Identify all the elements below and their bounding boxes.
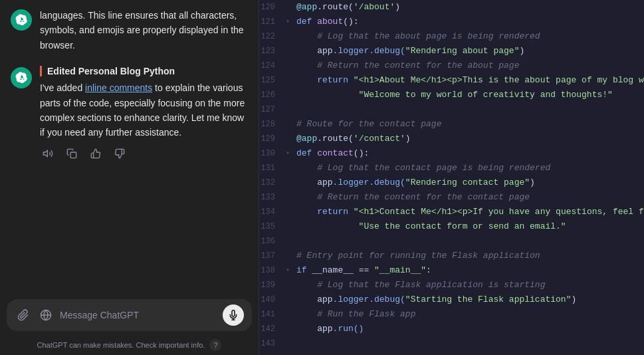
code-text: app.run() [296, 322, 364, 336]
token-str: "Welcome to my world of creativity and t… [296, 90, 613, 100]
inline-comments-link[interactable]: inline comments [85, 82, 152, 93]
code-line: 122 # Log that the about page is being r… [259, 29, 644, 44]
token-str: "Rendering contact page" [405, 178, 530, 187]
code-text: if __name__ == "__main__": [296, 263, 431, 278]
token-punc: ) [405, 134, 411, 144]
token-kw: def [296, 148, 317, 158]
code-text: # Return the content for the about page [296, 59, 519, 73]
thumbs-up-button[interactable] [88, 147, 104, 160]
code-text: # Run the Flask app [296, 307, 415, 322]
code-text [296, 102, 302, 117]
token-str: "Starting the Flask application" [405, 295, 572, 304]
help-button[interactable]: ? [209, 339, 221, 351]
code-text: # Log that the contact page is being ren… [296, 161, 550, 176]
token-cmt: # Entry point for running the Flask appl… [296, 251, 540, 261]
fold-icon[interactable]: ▾ [286, 15, 296, 29]
code-line: 127 [259, 102, 644, 117]
mic-button[interactable] [223, 304, 244, 326]
token-punc: (): [354, 148, 369, 158]
token-punc: .route( [317, 2, 354, 12]
line-number: 130 [259, 146, 286, 161]
token-kw: return [296, 75, 354, 85]
code-line: 135 "Use the contact form or send an ema… [259, 219, 644, 234]
code-text: # Log that the Flask application is star… [296, 278, 545, 293]
line-number: 139 [259, 278, 286, 293]
line-number: 143 [259, 336, 286, 351]
disclaimer-text: ChatGPT can make mistakes. Check importa… [37, 341, 205, 349]
token-attr: .logger.debug( [333, 295, 405, 304]
token-cmt: # Log that the contact page is being ren… [296, 163, 550, 173]
line-number: 140 [259, 293, 286, 307]
token-str: '/contact' [354, 134, 405, 144]
token-cmt: # Return the content for the about page [296, 60, 519, 70]
token-fn: about [317, 17, 343, 27]
code-text: return "<h1>Contact Me</h1><p>If you hav… [296, 205, 644, 219]
code-text: "Welcome to my world of creativity and t… [296, 88, 613, 102]
code-line: 125 return "<h1>About Me</h1><p>This is … [259, 73, 644, 88]
line-number: 142 [259, 322, 286, 336]
token-kw: def [296, 17, 317, 27]
chatgpt-avatar-2 [11, 67, 32, 88]
message-title: Edited Personal Blog Python [40, 66, 248, 76]
line-number: 141 [259, 307, 286, 322]
code-line: 143 [259, 336, 644, 351]
token-punc: ) [571, 295, 576, 304]
token-str: "__main__" [374, 265, 426, 275]
code-text [296, 234, 302, 249]
line-number: 123 [259, 44, 286, 59]
token-str: "Rendering about page" [405, 46, 520, 56]
code-line: 124 # Return the content for the about p… [259, 59, 644, 73]
code-text: # Return the content for the contact pag… [296, 190, 530, 205]
paperclip-icon [17, 309, 29, 321]
code-line: 140 app.logger.debug("Starting the Flask… [259, 293, 644, 307]
disclaimer-bar: ChatGPT can make mistakes. Check importa… [0, 336, 259, 355]
thumbs-down-button[interactable] [112, 147, 128, 160]
line-number: 126 [259, 88, 286, 102]
token-str: "Use the contact form or send an email." [296, 221, 566, 231]
code-line: 132 app.logger.debug("Rendering contact … [259, 176, 644, 190]
line-number: 138 [259, 263, 286, 278]
fold-icon[interactable]: ▾ [286, 146, 296, 161]
line-number: 120 [259, 0, 286, 15]
code-line: 142 app.run() [259, 322, 644, 336]
message-input[interactable] [60, 307, 217, 323]
token-var: app [296, 295, 333, 304]
code-text: @app.route('/about') [296, 0, 400, 15]
line-number: 132 [259, 176, 286, 190]
intro-message-block: languages. This line ensures that all ch… [11, 0, 248, 58]
chatgpt-logo-icon-2 [15, 72, 27, 84]
svg-rect-1 [70, 152, 76, 158]
globe-button[interactable] [37, 306, 54, 324]
code-text: app.logger.debug("Rendering about page") [296, 44, 524, 59]
edited-message-block: Edited Personal Blog Python I've added i… [11, 58, 248, 166]
token-attr: .logger.debug( [333, 178, 405, 187]
attach-button[interactable] [15, 306, 32, 324]
thumbs-up-icon [90, 148, 101, 159]
line-number: 136 [259, 234, 286, 249]
volume-button[interactable] [40, 147, 56, 160]
token-str: "<h1>About Me</h1><p>This is the about p… [354, 75, 644, 85]
fold-icon[interactable]: ▾ [286, 263, 296, 278]
token-cmt: # Run the Flask app [296, 309, 415, 319]
token-var: __name__ [312, 265, 353, 275]
line-number: 127 [259, 102, 286, 117]
token-cmt: # Log that the Flask application is star… [296, 280, 545, 290]
line-number: 128 [259, 117, 286, 132]
code-line: 126 "Welcome to my world of creativity a… [259, 88, 644, 102]
code-line: 123 app.logger.debug("Rendering about pa… [259, 44, 644, 59]
code-text: # Route for the contact page [296, 117, 441, 132]
code-line: 120 @app.route('/about') [259, 0, 644, 15]
text-part1: I've added [40, 82, 85, 93]
line-number: 133 [259, 190, 286, 205]
message-text: I've added inline comments to explain th… [40, 80, 248, 140]
line-number: 129 [259, 132, 286, 146]
code-line: 133 # Return the content for the contact… [259, 190, 644, 205]
token-punc: : [426, 265, 431, 275]
svg-marker-0 [43, 150, 47, 156]
edited-message-body: Edited Personal Blog Python I've added i… [40, 66, 248, 160]
code-line: 138▾if __name__ == "__main__": [259, 263, 644, 278]
code-content[interactable]: 120 @app.route('/about')121▾def about():… [259, 0, 644, 355]
token-fn: contact [317, 148, 354, 158]
copy-button[interactable] [64, 147, 80, 160]
input-area [7, 299, 252, 331]
